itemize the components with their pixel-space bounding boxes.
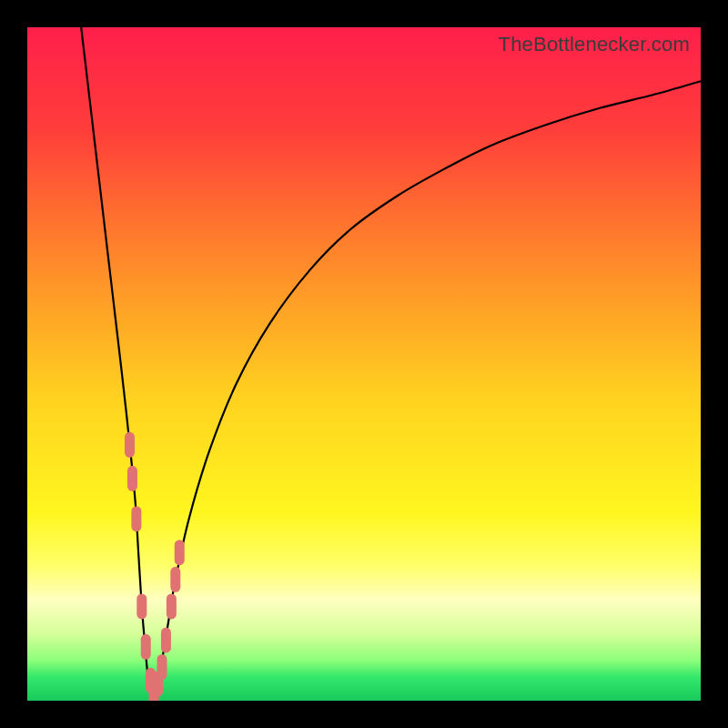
chart-frame: TheBottlenecker.com: [0, 0, 728, 728]
gpu-marker: [127, 466, 137, 491]
gpu-marker: [167, 593, 177, 619]
gpu-marker: [175, 540, 185, 565]
chart-svg: [27, 27, 701, 701]
gpu-marker: [170, 567, 180, 592]
gpu-marker: [161, 627, 171, 652]
gpu-marker: [125, 432, 135, 458]
gpu-marker: [136, 593, 147, 619]
plot-wrapper: TheBottlenecker.com: [27, 27, 701, 701]
gpu-marker: [131, 506, 141, 531]
gpu-marker: [141, 634, 151, 660]
gpu-marker: [157, 654, 167, 680]
gradient-background: [27, 27, 701, 701]
